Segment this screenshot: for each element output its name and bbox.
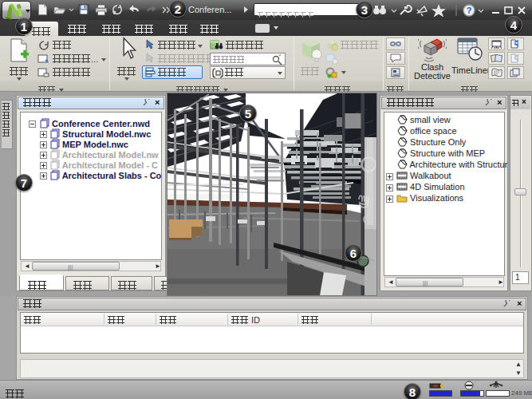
svg-text:?: ? [467,6,472,15]
